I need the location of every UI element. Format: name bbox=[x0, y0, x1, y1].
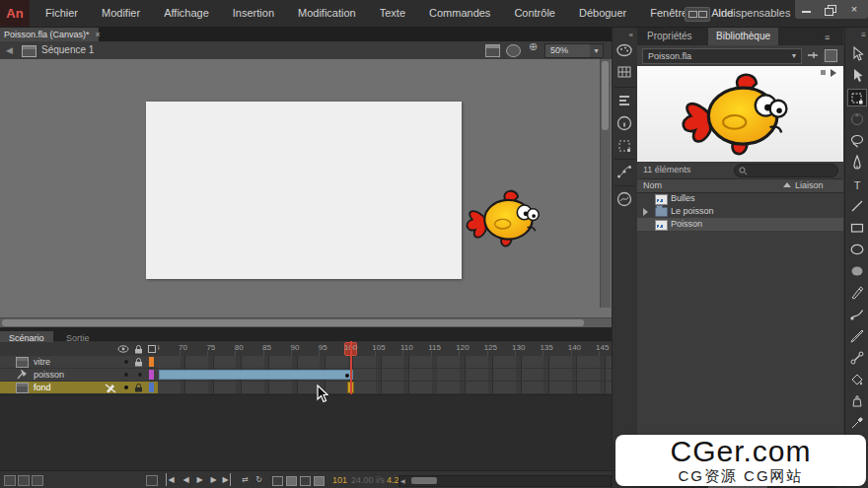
eye-icon[interactable] bbox=[117, 345, 129, 353]
close-icon[interactable]: × bbox=[96, 30, 101, 39]
edit-scene-button[interactable] bbox=[485, 44, 500, 57]
subselection-tool[interactable] bbox=[847, 67, 867, 85]
menu-modification[interactable]: Modification bbox=[286, 0, 368, 27]
layer-color-swatch[interactable] bbox=[149, 383, 154, 392]
loop-playback-button[interactable]: ⇄ bbox=[239, 473, 252, 486]
tab-library[interactable]: Bibliothèque bbox=[708, 28, 778, 45]
swatches-panel-icon[interactable] bbox=[616, 64, 633, 81]
panel-menu-icon[interactable]: ≡ bbox=[825, 33, 830, 42]
go-first-frame-button[interactable]: ◀ bbox=[166, 473, 176, 486]
text-tool[interactable]: T bbox=[847, 175, 867, 193]
brush-library-panel-icon[interactable] bbox=[616, 191, 633, 208]
back-arrow-icon[interactable]: ◀ bbox=[6, 45, 13, 55]
library-item-poisson[interactable]: Poisson bbox=[637, 218, 843, 231]
play-button[interactable]: ▶ bbox=[193, 473, 206, 486]
preview-stop-icon[interactable] bbox=[821, 70, 826, 75]
menu-texte[interactable]: Texte bbox=[368, 0, 417, 27]
lasso-tool[interactable] bbox=[847, 132, 867, 150]
column-name[interactable]: Nom bbox=[643, 180, 662, 190]
frames-area-poisson[interactable] bbox=[158, 369, 612, 381]
loop-range-button[interactable]: ↻ bbox=[253, 473, 265, 486]
paint-brush-tool[interactable] bbox=[847, 327, 867, 345]
expand-panels-icon[interactable]: « bbox=[629, 31, 633, 39]
timeline-ruler[interactable]: 6570758085909510010511011512012513013514… bbox=[158, 342, 612, 356]
lock-icon[interactable] bbox=[134, 345, 143, 354]
layer-row-fond[interactable]: fond bbox=[0, 382, 612, 394]
lock-icon[interactable] bbox=[134, 358, 143, 367]
timeline-horizontal-scrollbar[interactable]: ◀ bbox=[398, 475, 612, 487]
stage-pasteboard[interactable] bbox=[0, 59, 612, 317]
bone-tool[interactable] bbox=[847, 349, 867, 367]
library-search-box[interactable] bbox=[734, 164, 838, 177]
edit-symbol-button[interactable] bbox=[506, 44, 521, 57]
preview-play-icon[interactable] bbox=[831, 69, 836, 77]
close-button[interactable]: × bbox=[842, 0, 866, 19]
tab-properties[interactable]: Propriétés bbox=[639, 28, 700, 45]
gradient-transform-tool[interactable] bbox=[847, 110, 867, 128]
frames-area-fond[interactable] bbox=[158, 382, 612, 393]
library-document-dropdown[interactable]: Poisson.fla ▼ bbox=[642, 48, 802, 64]
line-tool[interactable] bbox=[847, 197, 867, 215]
new-library-panel-icon[interactable] bbox=[825, 49, 837, 62]
menu-modifier[interactable]: Modifier bbox=[90, 0, 152, 27]
modify-markers-button[interactable] bbox=[314, 476, 325, 486]
center-frame-button[interactable] bbox=[146, 475, 158, 486]
info-panel-icon[interactable] bbox=[616, 115, 633, 132]
workspace-switcher[interactable]: Indispensables▼ bbox=[718, 0, 803, 27]
transform-panel-icon[interactable] bbox=[616, 138, 633, 155]
step-forward-button[interactable]: ▶ bbox=[207, 473, 220, 486]
menu-fichier[interactable]: Fichier bbox=[34, 0, 90, 27]
paint-bucket-tool[interactable] bbox=[847, 371, 867, 388]
playhead-line[interactable] bbox=[350, 341, 352, 394]
expander-icon[interactable] bbox=[643, 208, 648, 216]
visibility-dot[interactable] bbox=[124, 360, 128, 364]
brush-tool[interactable] bbox=[847, 306, 867, 323]
app-logo[interactable]: An bbox=[0, 0, 30, 27]
new-layer-button[interactable] bbox=[4, 475, 16, 486]
layer-row-vitre[interactable]: vitre bbox=[0, 356, 612, 369]
frame-rate-readout[interactable]: 24.00 i/s bbox=[351, 475, 385, 485]
library-item-le-poisson[interactable]: Le poisson bbox=[637, 205, 843, 218]
step-back-button[interactable]: ◀ bbox=[180, 473, 192, 486]
pencil-tool[interactable] bbox=[847, 284, 867, 302]
new-folder-button[interactable] bbox=[18, 475, 30, 486]
sort-ascending-icon[interactable] bbox=[783, 182, 791, 187]
screen-mode-icon[interactable] bbox=[685, 7, 710, 22]
restore-button[interactable] bbox=[819, 0, 842, 19]
panel-menu-icon[interactable]: ≡ bbox=[861, 31, 866, 39]
pin-icon[interactable] bbox=[807, 50, 819, 60]
search-input[interactable] bbox=[751, 165, 837, 178]
library-item-bulles[interactable]: Bulles bbox=[637, 192, 843, 205]
menu-affichage[interactable]: Affichage bbox=[152, 0, 221, 27]
layer-color-swatch[interactable] bbox=[149, 370, 154, 380]
motion-tween-span[interactable] bbox=[159, 370, 353, 380]
center-stage-button[interactable]: ⊕ bbox=[527, 41, 540, 52]
frames-area-vitre[interactable] bbox=[158, 356, 612, 368]
column-linkage[interactable]: Liaison bbox=[795, 180, 824, 190]
color-panel-icon[interactable] bbox=[616, 41, 633, 58]
onion-skin-button[interactable] bbox=[272, 476, 283, 486]
document-tab[interactable]: Poisson.fla (Canvas)* × bbox=[0, 28, 99, 41]
stage-canvas[interactable] bbox=[146, 102, 462, 279]
eyedropper-tool[interactable] bbox=[847, 414, 867, 432]
lock-icon[interactable] bbox=[134, 383, 143, 392]
zoom-dropdown[interactable]: 50% ▼ bbox=[544, 43, 604, 58]
minimize-button[interactable] bbox=[795, 0, 819, 19]
polystar-tool[interactable] bbox=[847, 262, 867, 280]
motion-presets-panel-icon[interactable] bbox=[616, 164, 633, 180]
layer-color-swatch[interactable] bbox=[149, 357, 154, 367]
menu-déboguer[interactable]: Déboguer bbox=[567, 0, 638, 27]
lock-dot[interactable] bbox=[138, 373, 142, 377]
stage-vertical-scrollbar[interactable] bbox=[600, 59, 611, 308]
visibility-dot[interactable] bbox=[124, 385, 128, 389]
menu-contrôle[interactable]: Contrôle bbox=[502, 0, 567, 27]
menu-insertion[interactable]: Insertion bbox=[221, 0, 286, 27]
layer-row-poisson[interactable]: poisson bbox=[0, 369, 612, 382]
menu-commandes[interactable]: Commandes bbox=[417, 0, 502, 27]
free-transform-tool[interactable] bbox=[847, 89, 867, 106]
outline-icon[interactable] bbox=[148, 345, 156, 353]
rectangle-tool[interactable] bbox=[847, 219, 867, 237]
pen-tool[interactable] bbox=[847, 154, 867, 172]
delete-layer-button[interactable] bbox=[32, 475, 43, 486]
ink-bottle-tool[interactable] bbox=[847, 392, 867, 410]
